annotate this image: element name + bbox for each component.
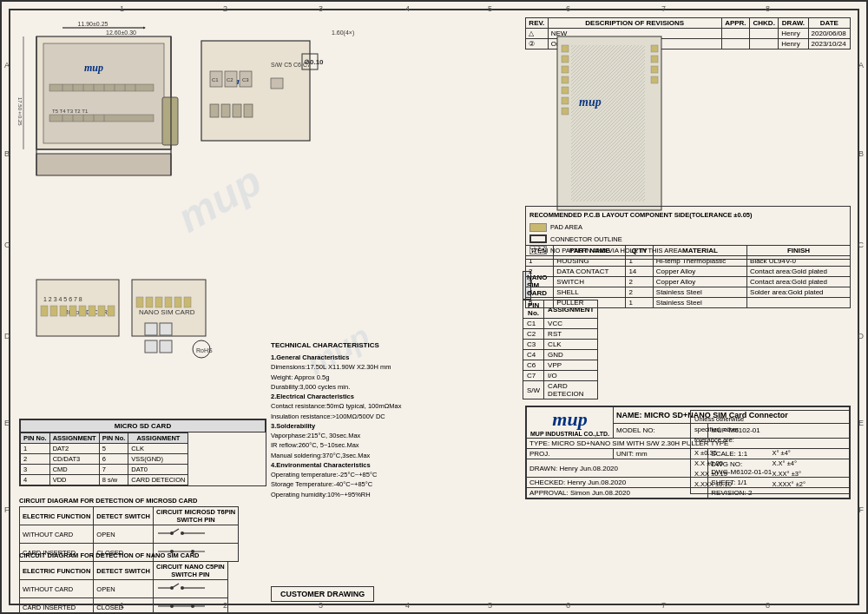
mat-part-name: PULLER <box>554 298 626 308</box>
material-row: 2 DATA CONTACT 14 Copper Alloy Contact a… <box>526 267 851 277</box>
rev-appr <box>721 29 749 39</box>
nano-inserted-circuit <box>154 598 228 615</box>
nano-row-inserted: CARD INSERTED CLOSED <box>20 598 228 615</box>
material-row: 3 SWITCH 2 Copper Alloy Contact area:Gol… <box>526 277 851 287</box>
svg-rect-59 <box>41 306 48 316</box>
sd-pin-no2: 8 s/w <box>99 475 128 485</box>
tech-electrical-title: 2.Electrical Characteristics <box>271 392 518 401</box>
svg-text:C1: C1 <box>212 77 219 83</box>
svg-rect-69 <box>136 297 143 307</box>
svg-rect-73 <box>174 297 181 307</box>
grid-label-6-bot: 6 <box>566 601 570 610</box>
sd-pin-no: 3 <box>21 465 50 475</box>
svg-rect-53 <box>651 66 658 73</box>
svg-text:12.60±0.30: 12.60±0.30 <box>106 30 136 36</box>
grid-label-E-left: E <box>4 419 10 427</box>
tech-characteristics: TECHNICAL CHARACTERISTICS 1.General Char… <box>271 340 518 499</box>
detection-nano-table: CIRCUIT DIAGRAM FOR DETECTION OF NANO SI… <box>19 551 266 614</box>
sd-pin-assign: VDD <box>49 475 99 485</box>
grid-label-D-left: D <box>4 332 10 340</box>
svg-text:C3: C3 <box>242 77 249 83</box>
nano-assign: RST <box>544 329 598 340</box>
approval-label: APPROVAL: Simon Jun.08.2020 <box>527 488 708 498</box>
tech-operating-temp: Operating temperature:-25°C~+85°C <box>271 470 518 479</box>
svg-rect-1 <box>43 43 164 143</box>
sd-pin-assign2: VSS(GND) <box>128 454 188 465</box>
microsd-without-func: WITHOUT CARD <box>20 525 94 544</box>
microsd-without-circuit <box>154 525 239 544</box>
grid-label-4-top: 4 <box>405 4 410 13</box>
svg-text:17.50±0.25: 17.50±0.25 <box>17 97 23 126</box>
nano-pin-row: C1 VCC <box>523 319 598 329</box>
grid-label-5-top: 5 <box>488 4 492 13</box>
svg-text:mup: mup <box>84 62 103 74</box>
svg-rect-74 <box>184 297 191 307</box>
mat-part-name: SHELL <box>554 287 626 298</box>
nano-assign: CLK <box>544 340 598 350</box>
open-circuit-svg <box>156 526 208 540</box>
rev-rev: △ <box>526 29 549 39</box>
rev-header-rev: REV. <box>526 18 549 29</box>
grid-label-B-right: B <box>858 149 864 158</box>
tol-x10: X.XXX ±0.10 <box>694 479 769 490</box>
grid-label-A-right: A <box>858 61 864 69</box>
svg-text:C2: C2 <box>227 77 233 83</box>
grid-label-3-bot: 3 <box>319 601 323 610</box>
svg-point-100 <box>170 604 174 608</box>
rev-date: 2020/06/08 <box>808 29 850 39</box>
nano-detect-header-circuit: CIRCUIT NANO C5PINSWITCH PIN <box>154 562 228 580</box>
microsd-without-sw: OPEN <box>94 525 154 544</box>
svg-rect-12 <box>49 115 154 122</box>
svg-rect-63 <box>79 306 86 316</box>
rev-rev: ② <box>526 39 549 50</box>
nano-pin: C2 <box>523 329 544 340</box>
customer-drawing-label: CUSTOMER DRAWING <box>271 586 374 602</box>
nano-pin: S/W <box>523 381 544 399</box>
tol-x25: X.X ±0.25 <box>694 459 769 469</box>
grid-label-5-bot: 5 <box>488 601 492 610</box>
svg-text:1 2 3 4 5 6 7 8: 1 2 3 4 5 6 7 8 <box>43 296 82 302</box>
checked-label: CHECKED: Henry Jun.08.2020 <box>527 478 708 488</box>
connector-legend-label: CONNECTOR OUTLINE <box>550 234 622 244</box>
svg-point-101 <box>191 604 194 608</box>
rev-header-draw: DRAW. <box>779 18 808 29</box>
nano-pin-row: C7 I/O <box>523 371 598 381</box>
tech-general-title: 1.General Characteristics <box>271 353 518 362</box>
svg-rect-36 <box>210 104 219 117</box>
pad-legend-color <box>529 223 547 232</box>
detection-nano-title: CIRCUIT DIAGRAM FOR DETECTION OF NANO SI… <box>19 551 266 559</box>
svg-rect-61 <box>60 306 67 316</box>
svg-rect-60 <box>50 306 57 316</box>
svg-rect-48 <box>562 87 569 94</box>
svg-rect-64 <box>89 306 95 316</box>
svg-rect-44 <box>562 45 569 52</box>
nano-assign: VPP <box>544 360 598 371</box>
sd-pin-no2: 5 <box>99 444 128 454</box>
material-row: 4 SHELL 2 Stainless Steel Solder area:Go… <box>526 287 851 298</box>
mat-material: Stainless Steel <box>653 287 746 298</box>
svg-rect-37 <box>221 104 230 117</box>
svg-rect-77 <box>145 340 157 353</box>
nano-detect-header-sw: DETECT SWITCH <box>94 562 154 580</box>
svg-rect-62 <box>69 306 76 316</box>
company-logo: mup <box>529 408 610 431</box>
mat-qty: 2 <box>626 277 653 287</box>
svg-rect-32 <box>271 78 283 89</box>
svg-rect-38 <box>233 104 241 117</box>
detect-header-circuit: CIRCUIT MICROSD T6PINSWITCH PIN <box>154 507 239 525</box>
svg-rect-50 <box>562 108 569 115</box>
nano-closed-circuit-svg <box>156 599 208 613</box>
tech-weight: Weight: Approx 0.5g <box>271 373 518 382</box>
svg-rect-51 <box>651 45 658 52</box>
svg-text:⊘0.10: ⊘0.10 <box>304 58 324 66</box>
svg-rect-45 <box>562 56 569 63</box>
nano-pin: C7 <box>523 371 544 381</box>
nano-pin: C6 <box>523 360 544 371</box>
svg-point-97 <box>170 586 174 590</box>
nano-open-circuit-svg <box>156 581 208 595</box>
sd-pin-row: 4 VDD 8 s/w CARD DETECION <box>21 475 188 485</box>
svg-text:T5 T4 T3 T2 T1: T5 T4 T3 T2 T1 <box>52 109 89 114</box>
sd-table-title: MICRO SD CARD <box>20 419 266 432</box>
svg-rect-46 <box>562 66 569 73</box>
grid-label-4-bot: 4 <box>405 601 410 610</box>
